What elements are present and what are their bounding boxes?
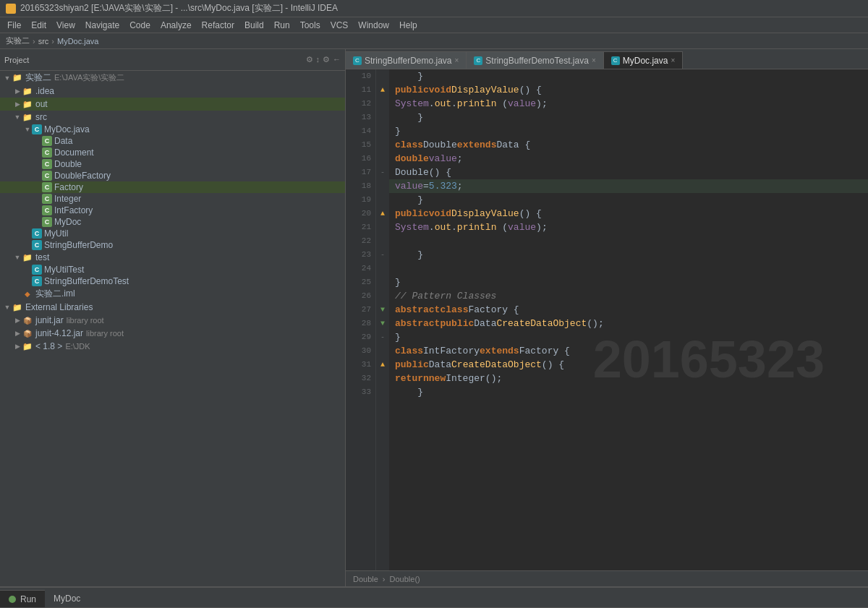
- menu-item-file[interactable]: File: [3, 19, 25, 32]
- status-breadcrumb-item[interactable]: Double: [353, 575, 378, 583]
- run-tab[interactable]: Run: [0, 590, 45, 607]
- breadcrumb-item-实验二[interactable]: 实验二: [6, 35, 30, 46]
- tree-item[interactable]: ▼CMyDoc.java: [0, 124, 345, 135]
- tree-item[interactable]: CMyUtilTest: [0, 264, 345, 275]
- gutter-cell: [376, 275, 389, 289]
- main-content: Project ⚙ ↕ ⚙ ← ▼📁实验二 E:\JAVA实验\实验二▶📁.id…: [0, 49, 868, 586]
- status-breadcrumb-item[interactable]: Double(): [390, 575, 420, 583]
- menu-item-edit[interactable]: Edit: [27, 19, 51, 32]
- tree-item[interactable]: CMyUtil: [0, 228, 345, 239]
- tab-close-button[interactable]: ×: [671, 56, 675, 64]
- title-text: 20165323shiyan2 [E:\JAVA实验\实验二] - ...\sr…: [20, 2, 338, 14]
- fold-icon[interactable]: -: [380, 168, 385, 176]
- gutter-cell: -: [376, 330, 389, 344]
- line-number: 24: [346, 262, 371, 275]
- line-number: 28: [346, 317, 371, 330]
- tree-item[interactable]: CInteger: [0, 193, 345, 205]
- tree-node-extra: E:\JDK: [65, 342, 90, 351]
- editor-tabs: CStringBufferDemo.java×CStringBufferDemo…: [346, 49, 868, 69]
- code-line: value=5.323;: [389, 179, 868, 193]
- tree-item[interactable]: CStringBufferDemoTest: [0, 275, 345, 287]
- tree-item[interactable]: CData: [0, 135, 345, 147]
- code-line: System.out.println (value);: [389, 97, 868, 111]
- menu-item-navigate[interactable]: Navigate: [81, 19, 124, 32]
- status-breadcrumb-sep: ›: [383, 575, 386, 583]
- tree-node-label: MyDoc.java: [44, 124, 90, 134]
- tree-item[interactable]: ▶📦junit-4.12.jar library root: [0, 327, 345, 340]
- tree-node-icon: C: [42, 217, 52, 227]
- tree-node-label: junit.jar: [35, 315, 64, 325]
- menu-item-view[interactable]: View: [52, 19, 80, 32]
- settings-icon[interactable]: ⚙: [306, 55, 313, 64]
- editor-tab[interactable]: CMyDoc.java×: [604, 51, 684, 69]
- gutter-up-icon: ▲: [380, 210, 385, 218]
- gutter-up-icon: ▲: [380, 86, 385, 94]
- tree-node-icon: 📁: [22, 98, 33, 110]
- tree-item[interactable]: ▶📁.idea: [0, 85, 345, 98]
- code-line: class IntFactory extends Factory {: [389, 344, 868, 358]
- tree-item[interactable]: ▶📁out: [0, 98, 345, 111]
- tree-node-icon: 📁: [12, 72, 23, 84]
- mydoc-tab[interactable]: MyDoc: [45, 590, 89, 607]
- tree-node-label: Integer: [54, 194, 81, 204]
- tree-item[interactable]: ▼📁实验二 E:\JAVA实验\实验二: [0, 71, 345, 85]
- tree-item[interactable]: ◆实验二.iml: [0, 287, 345, 301]
- gutter-cell: ▲: [376, 358, 389, 372]
- tree-item[interactable]: CDouble: [0, 158, 345, 170]
- menu-item-run[interactable]: Run: [270, 19, 294, 32]
- editor-tab[interactable]: CStringBufferDemo.java×: [346, 51, 467, 69]
- line-numbers: 1011121314151617181920212223242526272829…: [346, 69, 376, 570]
- line-number: 23: [346, 248, 371, 262]
- tab-label: StringBufferDemo.java: [365, 56, 452, 66]
- menu-item-window[interactable]: Window: [354, 19, 393, 32]
- tree-item[interactable]: ▼📁src: [0, 111, 345, 124]
- gutter-cell: [376, 372, 389, 385]
- tab-icon: C: [353, 56, 362, 65]
- menu-item-vcs[interactable]: VCS: [326, 19, 353, 32]
- menu-item-analyze[interactable]: Analyze: [156, 19, 196, 32]
- tree-item[interactable]: ▼📁test: [0, 251, 345, 264]
- gutter-cell: [376, 111, 389, 124]
- tab-close-button[interactable]: ×: [592, 56, 596, 64]
- tree-item[interactable]: CFactory: [0, 181, 345, 193]
- expand-icon[interactable]: ↕: [316, 55, 320, 64]
- line-number: 13: [346, 111, 371, 124]
- tree-item[interactable]: ▼📁External Libraries: [0, 301, 345, 314]
- tree-item[interactable]: CIntFactory: [0, 205, 345, 216]
- close-panel-icon[interactable]: ←: [333, 55, 341, 64]
- code-content[interactable]: } public void DisplayValue() { System.ou…: [389, 69, 868, 570]
- run-tab-label: Run: [20, 594, 36, 604]
- tree-item[interactable]: ▶📦junit.jar library root: [0, 314, 345, 327]
- tree-node-label: 实验二.iml: [35, 288, 75, 300]
- fold-icon[interactable]: -: [380, 333, 385, 341]
- fold-icon[interactable]: -: [380, 251, 385, 259]
- menu-item-tools[interactable]: Tools: [296, 19, 325, 32]
- tree-node-label: IntFactory: [54, 205, 93, 215]
- line-number: 17: [346, 166, 371, 179]
- menu-item-refactor[interactable]: Refactor: [197, 19, 239, 32]
- tree-node-extra: library root: [67, 316, 104, 325]
- tree-node-label: MyDoc: [54, 217, 81, 227]
- tree-arrow: [23, 277, 32, 286]
- breadcrumb-item-src[interactable]: src: [38, 37, 49, 46]
- menu-item-code[interactable]: Code: [125, 19, 155, 32]
- menu-item-build[interactable]: Build: [240, 19, 268, 32]
- tree-item[interactable]: CStringBufferDemo: [0, 239, 345, 251]
- gear-icon[interactable]: ⚙: [323, 55, 330, 64]
- tree-node-icon: C: [42, 147, 52, 158]
- editor-tab[interactable]: CStringBufferDemoTest.java×: [467, 51, 603, 69]
- code-line: }: [389, 193, 868, 207]
- code-line: [389, 262, 868, 275]
- tree-item[interactable]: CMyDoc: [0, 216, 345, 228]
- tree-node-label: MyUtilTest: [44, 265, 84, 275]
- tree-node-extra: library root: [86, 329, 124, 338]
- tab-close-button[interactable]: ×: [455, 56, 459, 64]
- tree-item[interactable]: ▶📁< 1.8 > E:\JDK: [0, 340, 345, 353]
- code-line: class Double extends Data {: [389, 138, 868, 152]
- tree-node-label: External Libraries: [25, 302, 93, 312]
- breadcrumb: 实验二›src›MyDoc.java: [0, 33, 868, 49]
- tree-item[interactable]: CDoubleFactory: [0, 170, 345, 181]
- menu-item-help[interactable]: Help: [395, 19, 422, 32]
- tree-arrow: [33, 194, 42, 203]
- tree-item[interactable]: CDocument: [0, 147, 345, 158]
